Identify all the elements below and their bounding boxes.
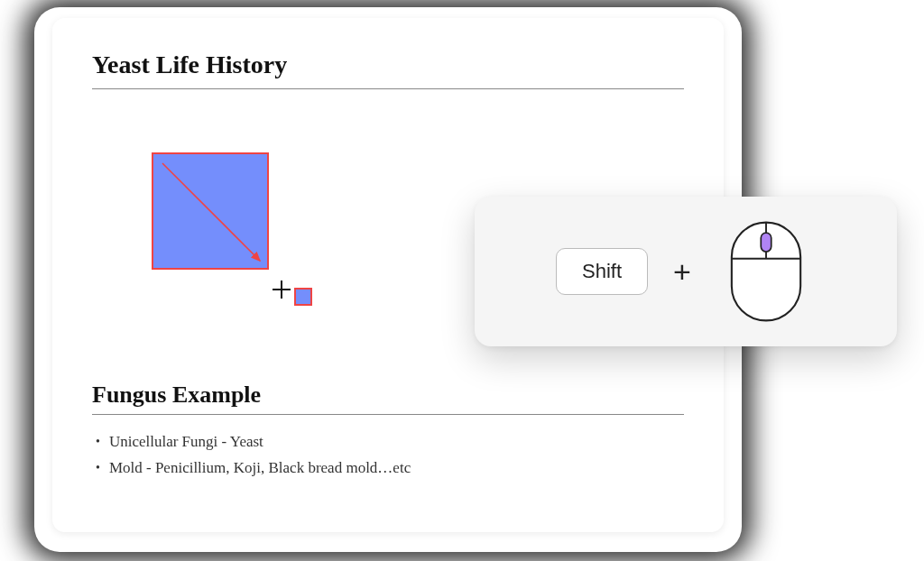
shift-key: Shift bbox=[556, 248, 648, 295]
list-item: Unicellular Fungi - Yeast bbox=[96, 429, 684, 455]
crosshair-cursor-icon bbox=[268, 276, 295, 303]
mouse-icon bbox=[716, 210, 816, 333]
shortcut-hint-panel: Shift + bbox=[475, 197, 897, 346]
heading-divider-2 bbox=[92, 414, 684, 415]
heading-fungus-example: Fungus Example bbox=[92, 382, 684, 409]
heading-divider-1 bbox=[92, 88, 684, 89]
drawn-square-small[interactable] bbox=[294, 288, 312, 306]
heading-yeast-life-history: Yeast Life History bbox=[92, 51, 684, 79]
plus-icon: + bbox=[673, 254, 691, 290]
svg-rect-4 bbox=[761, 233, 771, 252]
fungus-list: Unicellular Fungi - Yeast Mold - Penicil… bbox=[92, 429, 684, 482]
list-item: Mold - Penicillium, Koji, Black bread mo… bbox=[96, 455, 684, 482]
drawn-square-large[interactable] bbox=[152, 152, 269, 270]
